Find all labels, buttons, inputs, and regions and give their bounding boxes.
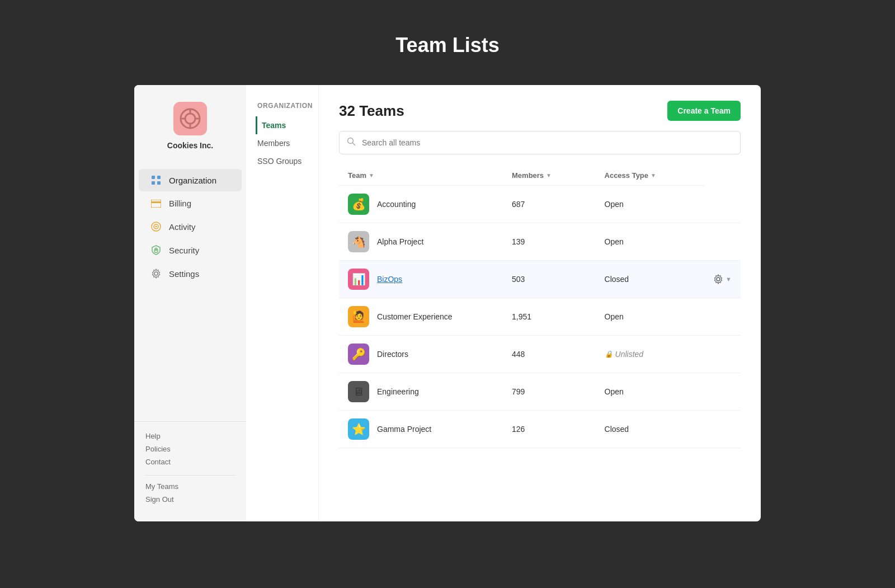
col-access-type[interactable]: Access Type ▼ [605,171,696,180]
svg-rect-11 [151,201,161,203]
svg-rect-6 [152,176,155,179]
page-title-area: Team Lists [0,0,895,85]
sidebar-nav: Organization Billing Activity [134,163,246,421]
team-cell-2: 🐴 Alpha Project [339,223,503,261]
teams-table: Team ▼ Members ▼ Access Type ▼ [339,166,741,448]
table-row: 🐴 Alpha Project 139 Open [339,223,741,261]
sub-nav-item-teams[interactable]: Teams [256,116,307,134]
team-cell-5: 🔑 Directors [339,336,503,373]
team-cell-6: 🖥 Engineering [339,373,503,411]
action-cell [704,223,741,261]
team-cell-7: ⭐ Gamma Project [339,411,503,448]
svg-point-17 [154,272,158,275]
team-name: Accounting [377,200,416,209]
svg-rect-7 [157,176,161,179]
team-name: Engineering [377,387,419,396]
main-container: Cookies Inc. Organization Billing [134,85,761,521]
billing-icon [150,200,162,208]
team-avatar: ⭐ [348,418,369,440]
access-cell: Open [596,186,705,223]
members-cell: 139 [503,223,596,261]
access-label: Open [605,387,624,396]
page-title: Team Lists [0,34,895,57]
settings-icon [150,269,162,279]
members-cell: 1,951 [503,298,596,336]
table-row: 🔑 Directors 448 🔒Unlisted [339,336,741,373]
members-cell: 799 [503,373,596,411]
teams-count: 32 Teams [339,102,404,120]
sidebar-footer: Help Policies Contact My Teams Sign Out [134,421,246,510]
sidebar-item-activity[interactable]: Activity [139,215,242,238]
access-label: Open [605,237,624,246]
sidebar-item-organization[interactable]: Organization [139,169,242,191]
team-avatar: 🙋 [348,306,369,327]
gear-cell[interactable]: ▼ [704,261,741,298]
svg-rect-8 [152,181,155,185]
sign-out-link[interactable]: Sign Out [145,494,235,505]
team-avatar: 🖥 [348,381,369,402]
search-input[interactable] [339,131,741,154]
table-row: 🙋 Customer Experience 1,951 Open [339,298,741,336]
access-label: Open [605,312,624,321]
action-cell [704,186,741,223]
lock-icon: 🔒 [605,350,613,358]
logo-icon [173,102,207,135]
team-name: Directors [377,350,408,359]
members-cell: 503 [503,261,596,298]
create-team-button[interactable]: Create a Team [667,101,741,121]
team-avatar: 🔑 [348,344,369,365]
sort-icon-members: ▼ [546,172,552,178]
sort-icon-team: ▼ [369,172,374,178]
team-name: Alpha Project [377,237,423,246]
my-teams-link[interactable]: My Teams [145,481,235,492]
gear-chevron: ▼ [726,276,732,283]
action-cell [704,298,741,336]
sub-nav-label-sso: SSO Groups [257,157,302,166]
col-team[interactable]: Team ▼ [348,171,494,180]
table-row: 💰 Accounting 687 Open [339,186,741,223]
team-avatar: 💰 [348,194,369,215]
team-name: Customer Experience [377,312,453,321]
sub-nav-item-sso[interactable]: SSO Groups [257,152,307,170]
sidebar-item-security[interactable]: Security [139,239,242,261]
main-panel: 32 Teams Create a Team Team ▼ [319,85,761,521]
org-icon [150,175,162,185]
table-row: 🖥 Engineering 799 Open [339,373,741,411]
svg-rect-9 [157,181,161,185]
sidebar-label-security: Security [169,246,199,255]
footer-link-policies[interactable]: Policies [145,444,235,454]
sidebar: Cookies Inc. Organization Billing [134,85,246,521]
team-name: Gamma Project [377,425,431,434]
members-cell: 687 [503,186,596,223]
sidebar-label-billing: Billing [169,199,191,208]
sub-nav: Organization Teams Members SSO Groups [246,85,319,521]
team-avatar: 📊 [348,269,369,290]
logo-svg [180,108,201,129]
col-members[interactable]: Members ▼ [512,171,587,180]
access-unlisted: 🔒Unlisted [605,350,696,359]
search-container [339,131,741,154]
team-cell-1: 💰 Accounting [339,186,503,223]
table-row: 📊 BizOps 503 Closed ▼ [339,261,741,298]
footer-link-contact[interactable]: Contact [145,457,235,467]
sub-nav-item-members[interactable]: Members [257,134,307,152]
sidebar-item-settings[interactable]: Settings [139,262,242,285]
logo-area: Cookies Inc. [134,102,246,163]
team-name[interactable]: BizOps [377,275,402,284]
team-avatar: 🐴 [348,231,369,252]
footer-link-help[interactable]: Help [145,431,235,441]
sidebar-item-billing[interactable]: Billing [139,192,242,214]
org-name: Cookies Inc. [167,141,213,150]
search-icon [347,137,356,148]
activity-icon [150,222,162,232]
access-label: Closed [605,425,629,434]
access-cell: Open [596,223,705,261]
access-label: Open [605,200,624,209]
footer-bottom: My Teams Sign Out [145,475,235,505]
action-cell [704,336,741,373]
members-cell: 448 [503,336,596,373]
svg-point-14 [156,226,157,228]
access-cell: Open [596,298,705,336]
footer-links: Help Policies Contact [145,431,235,467]
sidebar-label-organization: Organization [169,176,216,185]
